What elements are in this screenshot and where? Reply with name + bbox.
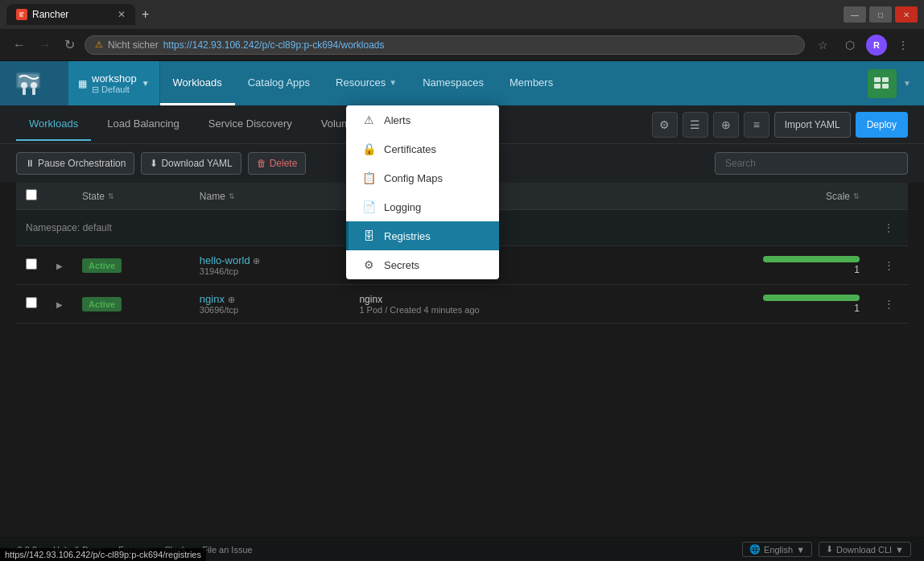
row1-progress-bar: [763, 256, 860, 262]
cluster-chevron-icon: ▼: [142, 79, 150, 88]
deploy-button[interactable]: Deploy: [856, 112, 908, 138]
row2-name-cell: nginx ⊕ 30696/tcp: [190, 285, 350, 324]
menu-item-logging[interactable]: 📄 Logging: [346, 192, 499, 221]
nav-members[interactable]: Members: [497, 61, 566, 105]
active-tab[interactable]: Rancher ✕: [6, 4, 135, 25]
tab-favicon: [16, 9, 27, 20]
delete-button[interactable]: 🗑 Delete: [248, 152, 307, 175]
row1-more-btn[interactable]: ⋮: [879, 256, 898, 275]
group-btn[interactable]: ≡: [744, 112, 769, 138]
search-box: [715, 152, 908, 175]
footer-right: 🌐 English ▼ ⬇ Download CLI ▼: [742, 542, 911, 557]
row1-name-cell: hello-world ⊕ 31946/tcp: [190, 246, 350, 285]
row1-workload-name[interactable]: hello-world ⊕: [200, 254, 340, 266]
row1-scale-cell: 1: [637, 246, 869, 285]
filter-btn[interactable]: ⊕: [713, 112, 739, 138]
row2-workload-name[interactable]: nginx ⊕: [200, 293, 340, 305]
language-label: English: [764, 545, 793, 555]
th-state[interactable]: State ⇅: [72, 183, 190, 210]
menu-item-alerts-label: Alerts: [384, 114, 410, 126]
th-scale[interactable]: Scale ⇅: [637, 183, 869, 210]
menu-item-registries-label: Registries: [384, 230, 431, 242]
svg-rect-10: [874, 84, 881, 89]
rancher-logo[interactable]: [0, 61, 68, 105]
list-view-btn[interactable]: ☰: [683, 112, 708, 138]
address-field[interactable]: ⚠ Nicht sicher https://142.93.106.242/p/…: [85, 35, 805, 55]
row1-checkbox[interactable]: [26, 258, 37, 270]
resources-chevron-icon: ▼: [389, 78, 397, 87]
address-url: https://142.93.106.242/p/c-cl89p:p-ck694…: [163, 39, 385, 51]
logging-icon: 📄: [361, 200, 376, 213]
language-selector[interactable]: 🌐 English ▼: [742, 542, 812, 557]
menu-item-registries[interactable]: 🗄 Registries: [346, 221, 499, 250]
menu-item-config-maps[interactable]: 📋 Config Maps: [346, 163, 499, 192]
row2-image: nginx: [359, 294, 628, 305]
nav-catalog-apps[interactable]: Catalog Apps: [235, 61, 323, 105]
cluster-selector[interactable]: ▦ workshop ⊟ Default ▼: [68, 61, 160, 105]
state-sort-icon: ⇅: [108, 192, 114, 200]
row1-progress-fill: [763, 256, 860, 262]
th-name[interactable]: Name ⇅: [190, 183, 350, 210]
scale-sort-icon: ⇅: [853, 192, 860, 200]
back-button[interactable]: ←: [10, 35, 29, 56]
nav-resources[interactable]: Resources ▼: [323, 61, 410, 105]
svg-point-4: [31, 82, 37, 89]
tab-close-btn[interactable]: ✕: [118, 9, 126, 20]
row2-image-cell: nginx 1 Pod / Created 4 minutes ago: [349, 285, 637, 324]
status-bar: https//142.93.106.242/p/c-cl89p:p-ck694/…: [0, 548, 206, 561]
minimize-button[interactable]: —: [844, 6, 866, 23]
menu-item-secrets[interactable]: ⚙ Secrets: [346, 250, 499, 279]
menu-item-certificates[interactable]: 🔒 Certificates: [346, 134, 499, 163]
row1-state-cell: Active: [72, 246, 190, 285]
tab-workloads[interactable]: Workloads: [16, 108, 91, 141]
download-yaml-button[interactable]: ⬇ Download YAML: [141, 152, 241, 175]
tab-load-balancing[interactable]: Load Balancing: [94, 108, 192, 141]
forward-button[interactable]: →: [35, 35, 55, 56]
menu-item-config-maps-label: Config Maps: [384, 172, 443, 184]
download-cli-button[interactable]: ⬇ Download CLI ▼: [819, 542, 911, 557]
grid-view-btn[interactable]: ⚙: [652, 112, 678, 138]
name-sort-icon: ⇅: [229, 192, 235, 200]
row1-port: 31946/tcp: [200, 266, 340, 276]
row2-actions-cell: ⋮: [869, 285, 908, 324]
import-yaml-button[interactable]: Import YAML: [774, 112, 851, 138]
user-avatar[interactable]: R: [866, 35, 887, 56]
table-row: ▶ Active nginx ⊕ 30696/tcp nginx: [16, 285, 908, 324]
file-issue-link[interactable]: File an Issue: [202, 545, 252, 555]
row2-play-cell: ▶: [47, 285, 72, 324]
search-input[interactable]: [715, 152, 908, 175]
row2-play-btn[interactable]: ▶: [56, 300, 63, 309]
extensions-icon[interactable]: ⬡: [839, 34, 861, 56]
row1-actions-cell: ⋮: [869, 246, 908, 285]
menu-item-alerts[interactable]: ⚠ Alerts: [346, 105, 499, 134]
row1-play-btn[interactable]: ▶: [56, 262, 63, 270]
refresh-button[interactable]: ↻: [61, 34, 78, 56]
row1-status-badge: Active: [82, 258, 122, 273]
close-button[interactable]: ✕: [895, 6, 918, 23]
new-tab-button[interactable]: +: [138, 4, 152, 25]
browser-titlebar: Rancher ✕ + — □ ✕: [0, 0, 924, 29]
alerts-icon: ⚠: [361, 113, 376, 126]
main-nav: Workloads Catalog Apps Resources ▼ Names…: [160, 61, 868, 105]
select-all-checkbox[interactable]: [26, 189, 37, 200]
row1-play-cell: ▶: [47, 246, 72, 285]
row2-checkbox[interactable]: [26, 297, 37, 308]
row2-more-btn[interactable]: ⋮: [879, 295, 898, 314]
namespace-more-btn[interactable]: ⋮: [879, 218, 898, 237]
bookmark-icon[interactable]: ☆: [811, 34, 834, 56]
secrets-icon: ⚙: [361, 258, 376, 271]
cluster-env-icon: ⊟: [92, 85, 99, 94]
row1-network-icon: ⊕: [253, 256, 260, 266]
pause-orchestration-button[interactable]: ⏸ Pause Orchestration: [16, 152, 134, 175]
nav-workloads[interactable]: Workloads: [160, 61, 235, 105]
header-avatar[interactable]: [868, 69, 897, 98]
nav-namespaces[interactable]: Namespaces: [410, 61, 497, 105]
tab-service-discovery[interactable]: Service Discovery: [196, 108, 305, 141]
pause-icon: ⏸: [25, 158, 35, 169]
th-select-all[interactable]: [16, 183, 47, 210]
config-maps-icon: 📋: [361, 171, 376, 184]
menu-icon[interactable]: ⋮: [892, 34, 914, 56]
maximize-button[interactable]: □: [869, 6, 892, 23]
status-url: https//142.93.106.242/p/c-cl89p:p-ck694/…: [5, 550, 201, 559]
security-warning-icon: ⚠: [95, 39, 103, 50]
